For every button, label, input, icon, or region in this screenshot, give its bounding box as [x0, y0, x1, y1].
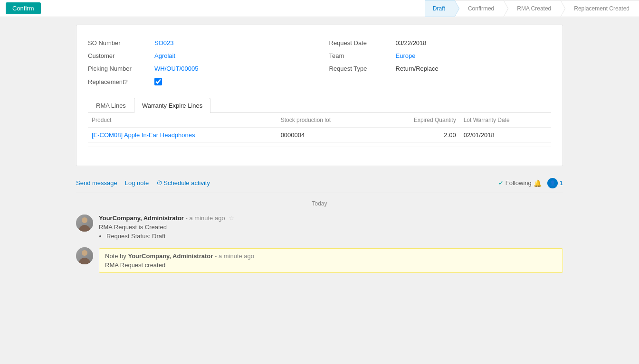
- note-header-1: Note by YourCompany, Administrator - a m…: [105, 252, 557, 260]
- top-bar: Confirm Draft Confirmed RMA Created Repl…: [0, 0, 639, 17]
- table-row: [E-COM08] Apple In-Ear Headphones 000000…: [88, 128, 551, 143]
- bell-icon: 🔔: [534, 179, 542, 187]
- messaging-section: Send message Log note ⏱Schedule activity…: [76, 174, 563, 277]
- picking-number-value[interactable]: WH/OUT/00005: [154, 65, 198, 72]
- timeline-note-1: Note by YourCompany, Administrator - a m…: [76, 243, 563, 277]
- form-card: SO Number SO023 Customer Agrolait Pickin…: [76, 25, 563, 166]
- note-time-1: - a minute ago: [215, 252, 254, 260]
- status-step-rma-created: RMA Created: [504, 0, 561, 17]
- col-expired-qty: Expired Quantity: [375, 113, 459, 128]
- replacement-row: Replacement?: [88, 75, 310, 88]
- followers-badge[interactable]: 👤 1: [547, 178, 563, 188]
- status-step-draft: Draft: [425, 0, 455, 17]
- note-author-1: YourCompany, Administrator: [128, 252, 213, 260]
- tabs: RMA Lines Warranty Expire Lines: [88, 98, 551, 113]
- warranty-expire-table: Product Stock production lot Expired Qua…: [88, 113, 551, 143]
- message-author-1: YourCompany, Administrator: [99, 215, 184, 222]
- team-value[interactable]: Europe: [396, 52, 416, 59]
- customer-value[interactable]: Agrolait: [154, 52, 175, 59]
- clock-icon: ⏱: [156, 179, 162, 187]
- form-grid: SO Number SO023 Customer Agrolait Pickin…: [88, 37, 551, 88]
- replacement-label: Replacement?: [88, 78, 154, 85]
- followers-avatar-icon: 👤: [550, 180, 555, 186]
- followers-count: 1: [560, 179, 563, 187]
- col-product: Product: [88, 113, 277, 128]
- tab-rma-lines[interactable]: RMA Lines: [88, 98, 134, 113]
- cell-expired-qty: 2.00: [375, 128, 459, 143]
- form-right-column: Request Date 03/22/2018 Team Europe Requ…: [329, 37, 552, 88]
- message-content-1: YourCompany, Administrator - a minute ag…: [99, 215, 563, 240]
- status-step-label: Draft: [433, 5, 445, 12]
- schedule-activity-button[interactable]: ⏱Schedule activity: [156, 177, 216, 188]
- status-step-label: Replacement Created: [574, 5, 629, 12]
- request-date-label: Request Date: [329, 39, 396, 47]
- log-note-button[interactable]: Log note: [125, 177, 155, 188]
- list-item-1: Request Status: Draft: [106, 233, 563, 240]
- request-type-row: Request Type Return/Replace: [329, 62, 552, 75]
- status-bar: Draft Confirmed RMA Created Replacement …: [425, 0, 639, 17]
- note-box-1: Note by YourCompany, Administrator - a m…: [99, 248, 563, 273]
- note-prefix: Note by: [105, 252, 128, 260]
- so-number-label: SO Number: [88, 39, 154, 47]
- so-number-value[interactable]: SO023: [154, 39, 173, 47]
- status-step-confirmed: Confirmed: [455, 0, 504, 17]
- request-date-value: 03/22/2018: [396, 39, 427, 47]
- message-list-1: Request Status: Draft: [106, 233, 563, 240]
- table-header-row: Product Stock production lot Expired Qua…: [88, 113, 551, 128]
- request-type-value: Return/Replace: [396, 65, 439, 72]
- msg-right-actions: ✓ Following 🔔 👤 1: [498, 178, 563, 188]
- form-left-column: SO Number SO023 Customer Agrolait Pickin…: [88, 37, 310, 88]
- table-footer: [88, 147, 551, 166]
- following-label: Following: [505, 179, 532, 187]
- check-icon: ✓: [498, 179, 504, 187]
- avatar-1: [76, 215, 93, 232]
- confirm-button[interactable]: Confirm: [6, 2, 41, 14]
- tab-warranty-expire-lines[interactable]: Warranty Expire Lines: [134, 98, 210, 113]
- star-icon-1[interactable]: ☆: [229, 215, 234, 222]
- cell-stock-lot: 0000004: [277, 128, 375, 143]
- cell-product[interactable]: [E-COM08] Apple In-Ear Headphones: [88, 128, 277, 143]
- col-warranty-date: Lot Warranty Date: [460, 113, 551, 128]
- so-number-row: SO Number SO023: [88, 37, 310, 49]
- messaging-actions: Send message Log note ⏱Schedule activity…: [76, 174, 563, 193]
- team-label: Team: [329, 52, 396, 59]
- customer-row: Customer Agrolait: [88, 49, 310, 62]
- timeline-date: Today: [76, 193, 563, 211]
- replacement-checkbox[interactable]: [154, 78, 162, 85]
- main-content: SO Number SO023 Customer Agrolait Pickin…: [0, 17, 639, 284]
- picking-number-row: Picking Number WH/OUT/00005: [88, 62, 310, 75]
- note-text-1: RMA Request created: [105, 261, 557, 269]
- message-header-1: YourCompany, Administrator - a minute ag…: [99, 215, 563, 222]
- team-row: Team Europe: [329, 49, 552, 62]
- avatar-inner-1: [76, 215, 93, 232]
- status-step-label: RMA Created: [517, 5, 551, 12]
- col-stock-lot: Stock production lot: [277, 113, 375, 128]
- picking-number-label: Picking Number: [88, 65, 154, 72]
- avatar-inner-note-1: [76, 247, 93, 264]
- send-message-button[interactable]: Send message: [76, 177, 123, 188]
- request-type-label: Request Type: [329, 65, 396, 72]
- request-date-row: Request Date 03/22/2018: [329, 37, 552, 49]
- following-button[interactable]: ✓ Following 🔔: [498, 179, 542, 187]
- customer-label: Customer: [88, 52, 154, 59]
- status-step-label: Confirmed: [468, 5, 494, 12]
- status-step-replacement-created: Replacement Created: [561, 0, 639, 17]
- avatar-note-1: [76, 247, 93, 264]
- note-content-1: Note by YourCompany, Administrator - a m…: [99, 247, 563, 273]
- cell-warranty-date: 02/01/2018: [460, 128, 551, 143]
- followers-avatar: 👤: [547, 178, 558, 188]
- message-time-1: - a minute ago: [186, 215, 225, 222]
- timeline-message-1: YourCompany, Administrator - a minute ag…: [76, 211, 563, 243]
- message-text-1: RMA Request is Created: [99, 224, 563, 231]
